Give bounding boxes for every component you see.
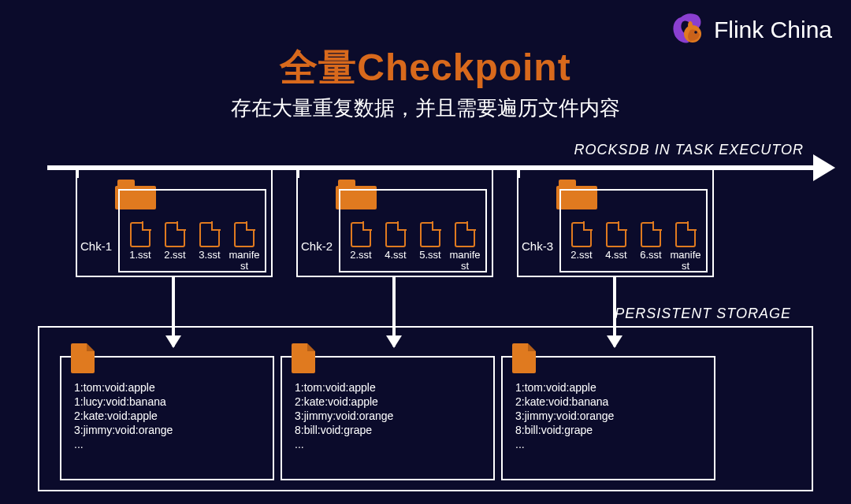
sst-file: 4.sst <box>599 222 634 272</box>
timeline-tick <box>518 165 520 178</box>
document-icon <box>71 343 95 373</box>
checkpoint-block: Chk-1 1.sst 2.sst 3.sst manifest <box>76 170 273 277</box>
storage-snapshot: 1:tom:void:apple 2:kate:void:banana 3:ji… <box>501 356 715 480</box>
checkpoint-label: Chk-1 <box>80 239 112 253</box>
sst-file: 5.sst <box>413 222 448 272</box>
storage-snapshot: 1:tom:void:apple 1:lucy:void:banana 2:ka… <box>60 356 274 480</box>
sst-file: 6.sst <box>634 222 668 272</box>
sst-file: 3.sst <box>192 222 227 272</box>
manifest-file: manifest <box>448 222 482 272</box>
file-icon <box>571 222 592 247</box>
file-icon <box>675 222 696 247</box>
sst-file: 4.sst <box>378 222 413 272</box>
persistent-storage-label: PERSISTENT STORAGE <box>615 306 791 322</box>
sst-file: 2.sst <box>344 222 378 272</box>
timeline-tick <box>77 165 79 178</box>
file-icon <box>385 222 406 247</box>
manifest-file: manifest <box>227 222 262 272</box>
sst-file: 1.sst <box>123 222 158 272</box>
persistent-storage-box: 1:tom:void:apple 1:lucy:void:banana 2:ka… <box>38 326 813 491</box>
file-icon <box>199 222 220 247</box>
timeline-tick <box>298 165 299 178</box>
checkpoint-label: Chk-2 <box>301 239 333 253</box>
checkpoint-block: Chk-2 2.sst 4.sst 5.sst manifest <box>296 170 493 277</box>
sst-file: 2.sst <box>158 222 192 272</box>
manifest-file: manifest <box>668 222 703 272</box>
slide-subtitle: 存在大量重复数据，并且需要遍历文件内容 <box>0 94 851 122</box>
document-icon <box>512 343 536 373</box>
brand-text: Flink China <box>714 17 832 43</box>
slide-title: 全量Checkpoint <box>0 43 851 93</box>
sst-file: 2.sst <box>564 222 599 272</box>
storage-snapshot: 1:tom:void:apple 2:kate:void:apple 3:jim… <box>281 356 495 480</box>
file-icon <box>420 222 440 247</box>
file-icon <box>130 222 151 247</box>
file-icon <box>165 222 185 247</box>
file-icon <box>606 222 626 247</box>
snapshot-content: 1:tom:void:apple 2:kate:void:apple 3:jim… <box>295 381 485 452</box>
rocksdb-label: ROCKSDB IN TASK EXECUTOR <box>574 142 804 158</box>
file-icon <box>351 222 371 247</box>
file-icon <box>234 222 255 247</box>
svg-point-1 <box>694 31 697 34</box>
checkpoint-files-box: 2.sst 4.sst 5.sst manifest <box>339 189 487 272</box>
checkpoint-files-box: 2.sst 4.sst 6.sst manifest <box>559 189 708 272</box>
timeline-arrowhead-icon <box>813 154 835 181</box>
document-icon <box>292 343 315 373</box>
checkpoint-block: Chk-3 2.sst 4.sst 6.sst manifest <box>517 170 714 277</box>
checkpoint-label: Chk-3 <box>522 239 553 253</box>
svg-point-2 <box>688 21 693 29</box>
checkpoint-files-box: 1.sst 2.sst 3.sst manifest <box>118 189 266 272</box>
snapshot-content: 1:tom:void:apple 1:lucy:void:banana 2:ka… <box>74 381 265 452</box>
file-icon <box>641 222 661 247</box>
snapshot-content: 1:tom:void:apple 2:kate:void:banana 3:ji… <box>515 381 706 452</box>
file-icon <box>455 222 475 247</box>
